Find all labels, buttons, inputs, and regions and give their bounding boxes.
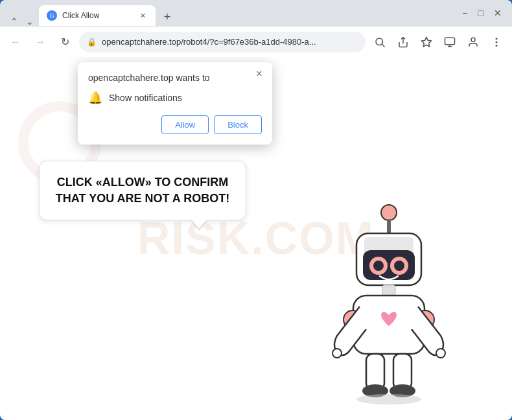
svg-point-7 — [471, 38, 475, 41]
svg-point-27 — [436, 349, 445, 358]
cast-icon[interactable] — [439, 32, 460, 52]
svg-rect-29 — [393, 354, 412, 390]
bookmark-icon[interactable] — [416, 32, 437, 52]
tab-bar: ⌃ ⌄ G Click Allow ✕ + — [5, 0, 462, 26]
menu-icon[interactable] — [486, 32, 507, 52]
popup-notification-row: 🔔 Show notifications — [88, 91, 262, 105]
profile-icon[interactable] — [463, 32, 483, 52]
share-icon[interactable] — [393, 32, 413, 52]
page-content: RISK.COM × opencaptchahere.top wants to … — [0, 57, 512, 420]
bubble-text: CLICK «ALLOW» TO CONFIRM THAT YOU ARE NO… — [55, 174, 230, 207]
tab-favicon: G — [47, 10, 57, 21]
svg-point-8 — [496, 38, 497, 40]
new-tab-button[interactable]: + — [158, 8, 176, 26]
notification-label: Show notifications — [109, 93, 182, 103]
title-bar: ⌃ ⌄ G Click Allow ✕ + − □ ✕ — [0, 0, 512, 26]
nav-actions — [369, 32, 507, 52]
svg-marker-3 — [422, 37, 432, 46]
address-bar[interactable]: 🔒 opencaptchahere.top/robot4/?c=9f67e36b… — [79, 32, 366, 52]
tab-title: Click Allow — [62, 11, 132, 20]
block-button[interactable]: Block — [214, 115, 262, 134]
svg-point-32 — [356, 394, 421, 404]
active-tab[interactable]: G Click Allow ✕ — [39, 5, 156, 26]
notification-popup: × opencaptchahere.top wants to 🔔 Show no… — [78, 62, 272, 145]
address-text: opencaptchahere.top/robot4/?c=9f67e36b-a… — [102, 37, 358, 47]
speech-bubble: CLICK «ALLOW» TO CONFIRM THAT YOU ARE NO… — [39, 161, 246, 220]
chevron-down-icon[interactable]: ⌄ — [26, 17, 34, 26]
navigation-bar: ← → ↻ 🔒 opencaptchahere.top/robot4/?c=9f… — [0, 26, 512, 57]
allow-button[interactable]: Allow — [161, 115, 209, 134]
search-icon[interactable] — [369, 32, 390, 52]
bell-icon: 🔔 — [88, 91, 102, 105]
svg-rect-28 — [366, 354, 384, 390]
svg-point-0 — [376, 38, 383, 45]
window-controls: − □ ✕ — [462, 8, 507, 18]
close-button[interactable]: ✕ — [494, 8, 502, 18]
forward-button[interactable]: → — [30, 32, 51, 52]
svg-point-21 — [394, 261, 404, 271]
refresh-button[interactable]: ↻ — [54, 32, 75, 52]
svg-point-20 — [373, 261, 384, 271]
popup-close-button[interactable]: × — [253, 67, 266, 80]
robot-illustration — [318, 200, 460, 407]
browser-window: ⌃ ⌄ G Click Allow ✕ + − □ ✕ ← → ↻ 🔒 open… — [0, 0, 512, 420]
maximize-button[interactable]: □ — [478, 8, 483, 18]
popup-title: opencaptchahere.top wants to — [88, 73, 262, 83]
svg-rect-22 — [382, 285, 395, 296]
back-button[interactable]: ← — [5, 32, 26, 52]
lock-icon: 🔒 — [87, 38, 97, 47]
svg-point-10 — [496, 45, 497, 46]
svg-point-26 — [332, 349, 342, 358]
svg-point-13 — [381, 205, 397, 220]
svg-line-1 — [382, 44, 384, 47]
chevron-up-icon[interactable]: ⌃ — [10, 17, 18, 26]
tab-close-button[interactable]: ✕ — [137, 10, 148, 21]
svg-rect-4 — [445, 38, 455, 45]
svg-point-9 — [496, 41, 497, 43]
minimize-button[interactable]: − — [462, 8, 467, 18]
popup-buttons: Allow Block — [88, 115, 262, 134]
